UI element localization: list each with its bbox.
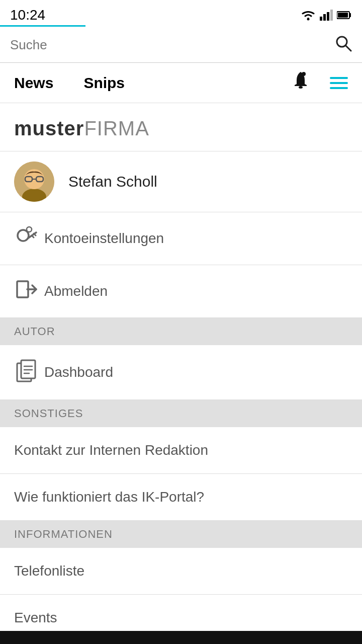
- key-icon: [14, 224, 44, 253]
- menu-item-telefonliste-label: Telefonliste: [14, 563, 84, 579]
- tab-snips[interactable]: Snips: [83, 74, 125, 92]
- hamburger-menu-icon[interactable]: [330, 77, 348, 89]
- battery-icon: [337, 11, 352, 20]
- section-header-sonstiges: SONSTIGES: [0, 400, 362, 427]
- menu-item-dashboard-label: Dashboard: [44, 364, 113, 380]
- menu-item-abmelden-label: Abmelden: [44, 283, 108, 299]
- section-header-informationen: INFORMATIONEN: [0, 521, 362, 548]
- tab-news[interactable]: News: [14, 74, 53, 92]
- menu-item-telefonliste[interactable]: Telefonliste: [0, 548, 362, 595]
- status-time: 10:24: [10, 7, 45, 23]
- svg-point-0: [307, 18, 310, 20]
- menu-item-wie-funktioniert[interactable]: Wie funktioniert das IK-Portal?: [0, 474, 362, 521]
- logo: musterFIRMA: [14, 117, 149, 139]
- user-row[interactable]: Stefan Scholl: [0, 151, 362, 212]
- bell-icon[interactable]: [292, 71, 310, 95]
- menu-content: musterFIRMA Stefan Scholl: [0, 103, 362, 631]
- wifi-icon: [301, 10, 316, 21]
- nav-tabs: News Snips: [0, 63, 362, 103]
- menu-item-dashboard[interactable]: Dashboard: [0, 345, 362, 400]
- user-name: Stefan Scholl: [68, 173, 157, 190]
- menu-item-kontoeinstellungen-label: Kontoeinstellungen: [44, 230, 164, 247]
- back-button[interactable]: [43, 638, 78, 644]
- home-button[interactable]: [163, 638, 199, 644]
- dashboard-icon: [14, 357, 44, 387]
- svg-rect-1: [320, 17, 322, 21]
- svg-point-11: [302, 72, 306, 76]
- avatar-image: [14, 162, 54, 202]
- search-bar: [0, 28, 362, 63]
- logout-icon: [14, 277, 44, 305]
- menu-item-wie-funktioniert-label: Wie funktioniert das IK-Portal?: [14, 489, 204, 505]
- status-icons: [301, 10, 352, 21]
- svg-rect-6: [349, 13, 351, 17]
- logo-bold: muster: [14, 117, 84, 139]
- menu-item-events[interactable]: Events: [0, 595, 362, 631]
- bottom-nav: [0, 631, 362, 644]
- svg-rect-4: [330, 10, 333, 21]
- search-input[interactable]: [10, 37, 335, 53]
- logo-regular: FIRMA: [84, 117, 149, 139]
- menu-item-kontakt-label: Kontakt zur Internen Redaktion: [14, 442, 208, 458]
- avatar: [14, 162, 54, 202]
- signal-icon: [320, 10, 333, 21]
- menu-item-kontoeinstellungen[interactable]: Kontoeinstellungen: [0, 212, 362, 265]
- svg-rect-2: [323, 14, 326, 21]
- menu-item-abmelden[interactable]: Abmelden: [0, 265, 362, 318]
- recents-button[interactable]: [284, 638, 319, 644]
- svg-line-21: [32, 235, 34, 237]
- progress-bar: [0, 25, 85, 27]
- status-bar: 10:24: [0, 0, 362, 28]
- search-icon[interactable]: [335, 35, 352, 56]
- menu-item-events-label: Events: [14, 610, 57, 626]
- section-header-autor: AUTOR: [0, 318, 362, 345]
- svg-rect-7: [338, 13, 348, 18]
- svg-line-9: [345, 45, 351, 51]
- svg-rect-10: [299, 86, 303, 89]
- logo-section: musterFIRMA: [0, 103, 362, 151]
- menu-item-kontakt[interactable]: Kontakt zur Internen Redaktion: [0, 427, 362, 474]
- svg-point-22: [27, 227, 32, 232]
- svg-rect-3: [327, 12, 329, 21]
